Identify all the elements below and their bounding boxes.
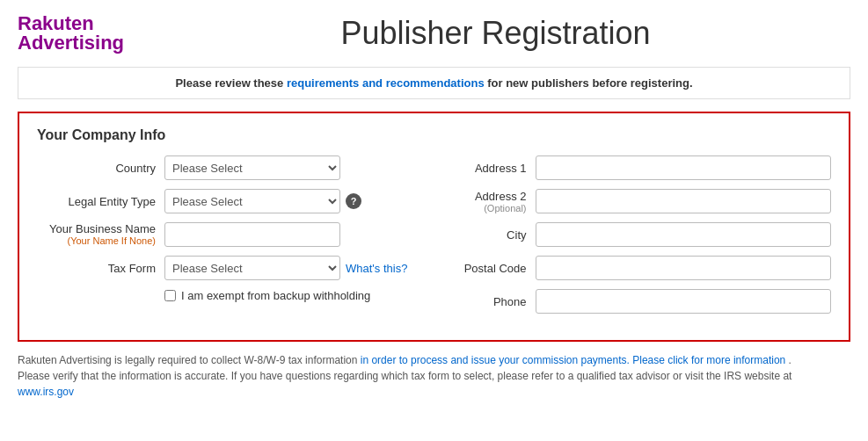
- phone-field: [536, 289, 832, 314]
- logo-advertising: Advertising: [18, 33, 141, 53]
- logo: Rakuten Advertising: [18, 14, 141, 53]
- footer-commission-link[interactable]: in order to process and issue your commi…: [361, 354, 630, 366]
- phone-input[interactable]: [536, 289, 832, 314]
- footer-click-info-link[interactable]: Please click for more information: [630, 354, 785, 366]
- logo-rakuten: Rakuten: [18, 14, 141, 33]
- city-label: City: [448, 228, 536, 242]
- tax-form-label: Tax Form: [37, 262, 164, 275]
- address1-field: [536, 155, 832, 180]
- country-row: Country Please Select: [37, 155, 421, 180]
- footer-irs-link[interactable]: www.irs.gov: [18, 386, 74, 398]
- phone-row: Phone: [448, 289, 832, 314]
- postal-label: Postal Code: [448, 262, 536, 275]
- phone-label: Phone: [448, 295, 536, 308]
- company-info-card: Your Company Info Country Please Select …: [18, 112, 850, 342]
- notice-text-after: for new publishers before registering.: [485, 76, 693, 90]
- city-row: City: [448, 222, 832, 247]
- postal-field: [536, 256, 832, 280]
- business-name-row: Your Business Name (Your Name If None): [37, 222, 421, 247]
- exempt-checkbox-label: I am exempt from backup withholding: [181, 289, 370, 302]
- notice-text-before: Please review these: [175, 76, 286, 90]
- section-title: Your Company Info: [37, 127, 831, 143]
- address2-sublabel: (Optional): [448, 203, 527, 213]
- address2-label: Address 2 (Optional): [448, 190, 536, 213]
- address2-field: [536, 189, 832, 213]
- country-field: Please Select: [164, 155, 421, 180]
- tax-form-field: Please Select What's this?: [164, 256, 421, 280]
- form-right-column: Address 1 Address 2 (Optional): [448, 155, 832, 322]
- footer-line1-after: .: [785, 354, 791, 366]
- address1-row: Address 1: [448, 155, 832, 180]
- page-header: Rakuten Advertising Publisher Registrati…: [18, 14, 850, 53]
- country-label: Country: [37, 162, 164, 175]
- form-columns: Country Please Select Legal Entity Type …: [37, 155, 831, 322]
- city-input[interactable]: [536, 222, 832, 247]
- tax-form-row: Tax Form Please Select What's this?: [37, 256, 421, 280]
- business-name-label: Your Business Name (Your Name If None): [37, 222, 164, 246]
- address1-input[interactable]: [536, 155, 832, 180]
- legal-entity-help-icon[interactable]: ?: [346, 193, 361, 209]
- business-name-sublabel: (Your Name If None): [37, 235, 156, 246]
- legal-entity-select[interactable]: Please Select: [164, 189, 340, 213]
- postal-row: Postal Code: [448, 256, 832, 280]
- country-select[interactable]: Please Select: [164, 155, 340, 180]
- notice-bar: Please review these requirements and rec…: [18, 67, 850, 99]
- postal-input[interactable]: [536, 256, 832, 280]
- legal-entity-field: Please Select ?: [164, 189, 421, 213]
- business-name-field: [164, 222, 421, 247]
- page-title-area: Publisher Registration: [141, 15, 850, 52]
- footer-notice: Rakuten Advertising is legally required …: [18, 352, 850, 400]
- form-left-column: Country Please Select Legal Entity Type …: [37, 155, 421, 322]
- footer-line2: Please verify that the information is ac…: [18, 370, 791, 382]
- legal-entity-row: Legal Entity Type Please Select ?: [37, 189, 421, 213]
- tax-form-select[interactable]: Please Select: [164, 256, 340, 280]
- exempt-checkbox[interactable]: [164, 290, 176, 301]
- footer-line1-before: Rakuten Advertising is legally required …: [18, 354, 361, 366]
- business-name-input[interactable]: [164, 222, 340, 247]
- address2-input[interactable]: [536, 189, 832, 213]
- whats-this-link[interactable]: What's this?: [346, 262, 407, 275]
- notice-link[interactable]: requirements and recommendations: [287, 76, 485, 90]
- city-field: [536, 222, 832, 247]
- address1-label: Address 1: [448, 162, 536, 175]
- exempt-checkbox-row: I am exempt from backup withholding: [164, 289, 421, 302]
- address2-row: Address 2 (Optional): [448, 189, 832, 213]
- page-title: Publisher Registration: [141, 15, 850, 52]
- legal-entity-label: Legal Entity Type: [37, 195, 164, 208]
